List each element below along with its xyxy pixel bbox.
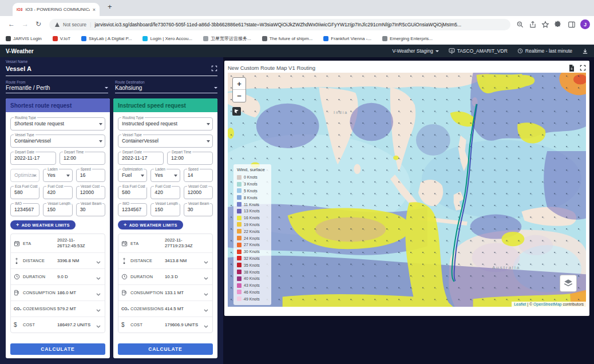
eca-fuel-cost-field[interactable]: Eca Fuel Cost580: [118, 186, 147, 199]
optimization-field[interactable]: Optimiza..: [10, 169, 39, 182]
share-icon[interactable]: [529, 21, 537, 29]
side-panel-icon[interactable]: [568, 21, 576, 29]
bookmark-item[interactable]: JARVIS Login: [6, 36, 42, 41]
draw-tool-button[interactable]: [232, 107, 241, 116]
chevron-down-icon: [207, 123, 210, 125]
bookmark-item[interactable]: Login | Xero Accou...: [142, 36, 192, 41]
legend-color-chip: [237, 296, 241, 301]
depart-time-field[interactable]: Depart Time12:00: [60, 152, 105, 165]
chevron-down-icon[interactable]: [204, 288, 209, 298]
back-icon[interactable]: ←: [8, 20, 15, 28]
device-selector[interactable]: TASCO_AMARIT_VDR: [449, 48, 508, 54]
laden-field[interactable]: LadenYes: [43, 169, 72, 182]
expand-corners-icon[interactable]: [211, 64, 217, 74]
profile-avatar[interactable]: J: [580, 19, 590, 29]
imo-field[interactable]: IMO1234567: [118, 203, 147, 216]
vessel-cost-field[interactable]: Vessel Cost12000: [76, 186, 105, 199]
osm-link[interactable]: OpenStreetMap: [533, 302, 561, 306]
realtime-selector[interactable]: Realtime - last minute: [517, 48, 572, 54]
calculate-button[interactable]: CALCULATE: [10, 343, 105, 355]
result-label: CONSUMPTION: [130, 290, 165, 295]
browser-tab[interactable]: iO3 iO3 - POWERING COMMUNICAT... ×: [13, 3, 100, 16]
vessel-type-field[interactable]: Vessel TypeContainerVessel: [10, 134, 105, 148]
staging-dropdown[interactable]: V-Weather Staging: [392, 48, 438, 54]
fullscreen-icon[interactable]: [580, 65, 586, 71]
legend-color-chip: [237, 175, 241, 180]
bookmark-item[interactable]: V.IoT: [53, 36, 70, 41]
attrib-sep: | ©: [526, 302, 533, 306]
depart-time-field[interactable]: Depart Time12:00: [167, 152, 213, 165]
route-from-select[interactable]: Route From Fremantle / Perth: [6, 80, 108, 93]
new-tab-button[interactable]: +: [108, 2, 112, 11]
field-label: Optimization: [121, 167, 144, 171]
fuel-cost-field[interactable]: Fuel Cost420: [151, 186, 180, 199]
zoom-page-icon[interactable]: [516, 21, 524, 29]
chevron-down-icon[interactable]: [204, 256, 209, 266]
vessel-type-field[interactable]: Vessel TypeContainerVessel: [118, 134, 213, 148]
bookmark-star-icon[interactable]: [541, 21, 549, 29]
field-label: Vessel Type: [14, 133, 35, 137]
vessel-cost-field[interactable]: Vessel Cost12000: [184, 186, 213, 199]
speed-field[interactable]: Speed16: [76, 169, 105, 182]
leaflet-link[interactable]: Leaflet: [514, 302, 526, 306]
bookmark-item[interactable]: Frankfurt Vienna -...: [323, 36, 371, 41]
fuel-cost-field[interactable]: Fuel Cost420: [43, 186, 72, 199]
field-value: 2022-11-17: [118, 152, 163, 164]
routing-type-field[interactable]: Routing TypeShortest route request: [10, 117, 105, 130]
result-label: DURATION: [23, 274, 57, 279]
eca-fuel-cost-field[interactable]: Eca Fuel Cost580: [10, 186, 39, 199]
close-tab-icon[interactable]: ×: [93, 7, 96, 13]
forward-icon[interactable]: →: [22, 20, 29, 28]
reload-icon[interactable]: ↻: [35, 20, 41, 28]
add-weather-limits-button[interactable]: +ADD WEATHER LIMITS: [10, 220, 76, 230]
chevron-down-icon[interactable]: [96, 320, 102, 330]
bookmark-item[interactable]: The future of shipm...: [262, 36, 313, 41]
browser-toolbar: ← → ↻ Not secure | jarvisviot.io3.sg/das…: [0, 16, 594, 33]
address-bar[interactable]: Not secure | jarvisviot.io3.sg/dashboard…: [49, 19, 510, 30]
export-file-icon[interactable]: [569, 65, 575, 72]
depart-date-field[interactable]: Depart Date2022-11-17: [10, 152, 56, 165]
chevron-down-icon[interactable]: [96, 256, 102, 266]
field-label: Fuel Cost: [154, 184, 172, 188]
legend-color-chip: [237, 256, 241, 260]
vessel-length-field[interactable]: Vessel Length150: [151, 203, 180, 216]
bookmark-item[interactable]: SkyLab | A Digital P...: [81, 36, 132, 41]
legend-label: 40 Knots: [244, 276, 260, 280]
bookmark-item[interactable]: 卫星宽带运营服务...: [203, 35, 251, 42]
route-destination-label: Route Destination: [115, 80, 217, 84]
chevron-down-icon: [207, 140, 210, 143]
zoom-out-button[interactable]: −: [233, 90, 245, 102]
vessel-name-select[interactable]: Vessel A: [6, 65, 31, 72]
routing-type-field[interactable]: Routing TypeInstructed speed request: [118, 117, 213, 130]
leaflet-map[interactable]: + − Wind, surface 0 Knots3 Knots5 Knots8…: [228, 73, 586, 307]
calculate-button[interactable]: CALCULATE: [118, 343, 213, 355]
chevron-down-icon[interactable]: [96, 288, 102, 298]
legend-label: 19 Knots: [244, 223, 260, 227]
legend-label: 38 Knots: [244, 270, 260, 274]
bookmark-favicon: [6, 36, 11, 41]
download-icon[interactable]: [582, 48, 588, 54]
vessel-beam-field[interactable]: Vessel Beam30: [184, 203, 213, 216]
chevron-down-icon[interactable]: [96, 272, 102, 282]
optimization-field[interactable]: OptimizationFuel: [118, 169, 147, 182]
extensions-icon[interactable]: [554, 21, 562, 29]
speed-field[interactable]: Speed14: [184, 169, 213, 182]
route-destination-select[interactable]: Route Destination Kaohsiung: [115, 80, 217, 93]
route-from-label: Route From: [6, 80, 108, 84]
zoom-in-button[interactable]: +: [233, 78, 245, 90]
bookmark-label: Emerging Enterpris...: [390, 36, 433, 41]
layers-control[interactable]: [560, 275, 577, 292]
vessel-beam-field[interactable]: Vessel Beam30: [76, 203, 105, 216]
route-request-card: Instructed speed requestRouting TypeInst…: [113, 98, 217, 358]
laden-field[interactable]: LadenYes: [151, 169, 180, 182]
chevron-down-icon[interactable]: [204, 304, 209, 314]
vessel-length-field[interactable]: Vessel Length150: [43, 203, 72, 216]
chevron-down-icon[interactable]: [96, 304, 102, 314]
result-row: DURATION9.0 D: [11, 268, 105, 284]
chevron-down-icon[interactable]: [204, 272, 209, 282]
imo-field[interactable]: IMO1234567: [10, 203, 39, 216]
chevron-down-icon[interactable]: [204, 320, 209, 330]
bookmark-item[interactable]: Emerging Enterpris...: [382, 36, 433, 41]
add-weather-limits-button[interactable]: +ADD WEATHER LIMITS: [118, 220, 183, 230]
depart-date-field[interactable]: Depart Date2022-11-17: [118, 152, 164, 165]
